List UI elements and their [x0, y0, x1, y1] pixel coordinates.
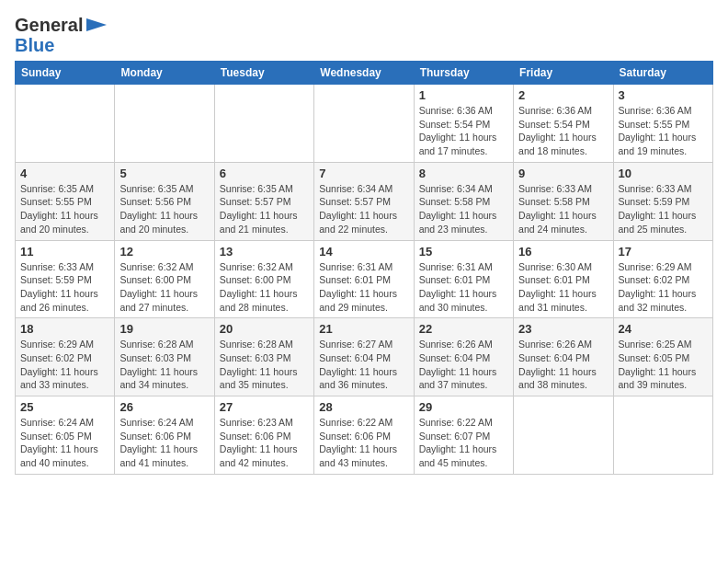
day-info: Sunrise: 6:36 AM Sunset: 5:54 PM Dayligh…: [419, 104, 508, 158]
day-info: Sunrise: 6:34 AM Sunset: 5:57 PM Dayligh…: [319, 182, 408, 236]
day-info: Sunrise: 6:22 AM Sunset: 6:06 PM Dayligh…: [319, 416, 408, 470]
day-number: 22: [419, 322, 508, 336]
calendar-header-row: SundayMondayTuesdayWednesdayThursdayFrid…: [16, 62, 713, 85]
day-number: 20: [220, 322, 309, 336]
weekday-header-thursday: Thursday: [414, 62, 513, 85]
calendar-cell: [514, 396, 613, 475]
day-info: Sunrise: 6:24 AM Sunset: 6:05 PM Dayligh…: [20, 416, 109, 470]
calendar-cell: 28Sunrise: 6:22 AM Sunset: 6:06 PM Dayli…: [314, 396, 414, 475]
calendar-cell: [613, 396, 712, 475]
calendar-cell: 1Sunrise: 6:36 AM Sunset: 5:54 PM Daylig…: [414, 85, 513, 163]
calendar-cell: 13Sunrise: 6:32 AM Sunset: 6:00 PM Dayli…: [214, 240, 313, 318]
calendar-cell: 4Sunrise: 6:35 AM Sunset: 5:55 PM Daylig…: [16, 162, 115, 240]
day-number: 3: [619, 88, 708, 102]
day-info: Sunrise: 6:22 AM Sunset: 6:07 PM Dayligh…: [419, 416, 508, 470]
calendar-cell: [314, 85, 414, 163]
weekday-header-tuesday: Tuesday: [214, 62, 313, 85]
calendar-cell: 29Sunrise: 6:22 AM Sunset: 6:07 PM Dayli…: [414, 396, 513, 475]
day-info: Sunrise: 6:28 AM Sunset: 6:03 PM Dayligh…: [220, 338, 309, 392]
day-number: 16: [518, 245, 608, 259]
day-info: Sunrise: 6:36 AM Sunset: 5:54 PM Dayligh…: [518, 104, 608, 158]
day-info: Sunrise: 6:24 AM Sunset: 6:06 PM Dayligh…: [119, 416, 209, 470]
day-info: Sunrise: 6:29 AM Sunset: 6:02 PM Dayligh…: [619, 260, 708, 315]
day-info: Sunrise: 6:25 AM Sunset: 6:05 PM Dayligh…: [619, 338, 708, 392]
calendar-cell: 11Sunrise: 6:33 AM Sunset: 5:59 PM Dayli…: [16, 240, 115, 318]
day-number: 29: [419, 400, 508, 414]
calendar-cell: 6Sunrise: 6:35 AM Sunset: 5:57 PM Daylig…: [214, 162, 313, 240]
calendar-cell: 7Sunrise: 6:34 AM Sunset: 5:57 PM Daylig…: [314, 162, 414, 240]
calendar-cell: 19Sunrise: 6:28 AM Sunset: 6:03 PM Dayli…: [115, 318, 214, 396]
calendar-cell: 17Sunrise: 6:29 AM Sunset: 6:02 PM Dayli…: [613, 240, 712, 318]
day-number: 2: [518, 88, 608, 102]
calendar-cell: [16, 85, 115, 163]
calendar-cell: 24Sunrise: 6:25 AM Sunset: 6:05 PM Dayli…: [613, 318, 712, 396]
calendar-cell: 3Sunrise: 6:36 AM Sunset: 5:55 PM Daylig…: [613, 85, 712, 163]
day-number: 10: [619, 167, 708, 180]
day-info: Sunrise: 6:23 AM Sunset: 6:06 PM Dayligh…: [220, 416, 309, 470]
day-number: 12: [119, 245, 209, 259]
calendar-cell: 14Sunrise: 6:31 AM Sunset: 6:01 PM Dayli…: [314, 240, 414, 318]
day-info: Sunrise: 6:33 AM Sunset: 5:59 PM Dayligh…: [20, 260, 109, 315]
day-number: 7: [319, 167, 408, 180]
calendar-cell: [115, 85, 214, 163]
day-number: 24: [619, 322, 708, 336]
day-number: 21: [319, 322, 408, 336]
calendar-cell: 22Sunrise: 6:26 AM Sunset: 6:04 PM Dayli…: [414, 318, 513, 396]
day-info: Sunrise: 6:33 AM Sunset: 5:58 PM Dayligh…: [518, 182, 608, 236]
day-number: 6: [220, 167, 309, 180]
calendar-cell: 9Sunrise: 6:33 AM Sunset: 5:58 PM Daylig…: [514, 162, 613, 240]
day-info: Sunrise: 6:28 AM Sunset: 6:03 PM Dayligh…: [119, 338, 209, 392]
logo-blue: Blue: [15, 35, 54, 55]
calendar-cell: [214, 85, 313, 163]
day-number: 8: [419, 167, 508, 180]
calendar-body: 1Sunrise: 6:36 AM Sunset: 5:54 PM Daylig…: [16, 85, 713, 475]
calendar-cell: 20Sunrise: 6:28 AM Sunset: 6:03 PM Dayli…: [214, 318, 313, 396]
day-number: 23: [518, 322, 608, 336]
day-number: 26: [119, 400, 209, 414]
day-info: Sunrise: 6:36 AM Sunset: 5:55 PM Dayligh…: [619, 104, 708, 158]
day-info: Sunrise: 6:35 AM Sunset: 5:57 PM Dayligh…: [220, 182, 309, 236]
calendar-week-row: 1Sunrise: 6:36 AM Sunset: 5:54 PM Daylig…: [16, 85, 713, 163]
day-number: 19: [119, 322, 209, 336]
day-info: Sunrise: 6:35 AM Sunset: 5:55 PM Dayligh…: [20, 182, 109, 236]
page-header: General Blue: [15, 15, 713, 55]
calendar-cell: 25Sunrise: 6:24 AM Sunset: 6:05 PM Dayli…: [16, 396, 115, 475]
calendar-cell: 8Sunrise: 6:34 AM Sunset: 5:58 PM Daylig…: [414, 162, 513, 240]
calendar-cell: 12Sunrise: 6:32 AM Sunset: 6:00 PM Dayli…: [115, 240, 214, 318]
day-info: Sunrise: 6:30 AM Sunset: 6:01 PM Dayligh…: [518, 260, 608, 315]
day-info: Sunrise: 6:32 AM Sunset: 6:00 PM Dayligh…: [119, 260, 209, 315]
weekday-header-wednesday: Wednesday: [314, 62, 414, 85]
day-number: 11: [20, 245, 109, 259]
calendar-week-row: 25Sunrise: 6:24 AM Sunset: 6:05 PM Dayli…: [16, 396, 713, 475]
day-info: Sunrise: 6:29 AM Sunset: 6:02 PM Dayligh…: [20, 338, 109, 392]
day-number: 9: [518, 167, 608, 180]
calendar-cell: 15Sunrise: 6:31 AM Sunset: 6:01 PM Dayli…: [414, 240, 513, 318]
day-number: 4: [20, 167, 109, 180]
day-number: 1: [419, 88, 508, 102]
calendar-cell: 16Sunrise: 6:30 AM Sunset: 6:01 PM Dayli…: [514, 240, 613, 318]
day-info: Sunrise: 6:27 AM Sunset: 6:04 PM Dayligh…: [319, 338, 408, 392]
weekday-header-friday: Friday: [514, 62, 613, 85]
logo-icon: [86, 18, 107, 31]
logo-general: General: [15, 15, 83, 35]
calendar-cell: 21Sunrise: 6:27 AM Sunset: 6:04 PM Dayli…: [314, 318, 414, 396]
day-info: Sunrise: 6:31 AM Sunset: 6:01 PM Dayligh…: [419, 260, 508, 315]
day-number: 27: [220, 400, 309, 414]
day-info: Sunrise: 6:34 AM Sunset: 5:58 PM Dayligh…: [419, 182, 508, 236]
calendar-cell: 2Sunrise: 6:36 AM Sunset: 5:54 PM Daylig…: [514, 85, 613, 163]
weekday-header-sunday: Sunday: [16, 62, 115, 85]
day-info: Sunrise: 6:35 AM Sunset: 5:56 PM Dayligh…: [119, 182, 209, 236]
day-number: 14: [319, 245, 408, 259]
calendar-cell: 26Sunrise: 6:24 AM Sunset: 6:06 PM Dayli…: [115, 396, 214, 475]
calendar-cell: 23Sunrise: 6:26 AM Sunset: 6:04 PM Dayli…: [514, 318, 613, 396]
svg-marker-0: [86, 18, 107, 31]
calendar-cell: 18Sunrise: 6:29 AM Sunset: 6:02 PM Dayli…: [16, 318, 115, 396]
day-info: Sunrise: 6:32 AM Sunset: 6:00 PM Dayligh…: [220, 260, 309, 315]
weekday-header-monday: Monday: [115, 62, 214, 85]
calendar-week-row: 4Sunrise: 6:35 AM Sunset: 5:55 PM Daylig…: [16, 162, 713, 240]
day-number: 28: [319, 400, 408, 414]
weekday-header-saturday: Saturday: [613, 62, 712, 85]
calendar-cell: 27Sunrise: 6:23 AM Sunset: 6:06 PM Dayli…: [214, 396, 313, 475]
calendar-week-row: 18Sunrise: 6:29 AM Sunset: 6:02 PM Dayli…: [16, 318, 713, 396]
day-info: Sunrise: 6:33 AM Sunset: 5:59 PM Dayligh…: [619, 182, 708, 236]
